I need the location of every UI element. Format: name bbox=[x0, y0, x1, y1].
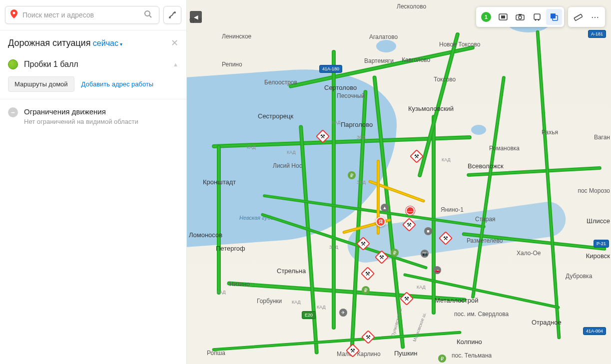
route-button[interactable] bbox=[163, 6, 181, 24]
restrictions-title: Ограничения движения bbox=[24, 107, 138, 116]
svg-rect-5 bbox=[501, 15, 505, 18]
road-label: КАД bbox=[442, 157, 451, 162]
city-label: Всеволожск bbox=[468, 162, 504, 170]
roadwork-icon[interactable]: ⚒ bbox=[346, 344, 360, 358]
yandex-marker[interactable]: Я bbox=[376, 217, 386, 227]
city-label: пос. им. Свердлова bbox=[454, 311, 509, 318]
road bbox=[432, 115, 436, 315]
city-label: Шлиссе bbox=[587, 217, 610, 225]
svg-point-2 bbox=[169, 16, 171, 18]
svg-rect-8 bbox=[519, 14, 522, 15]
chevron-up-icon[interactable]: ▲ bbox=[173, 61, 178, 67]
poi-icon[interactable]: ✈ bbox=[339, 309, 347, 317]
road bbox=[212, 331, 461, 352]
restrictions-subtitle: Нет ограничений на видимой области bbox=[24, 118, 138, 125]
city-label: Дубровка bbox=[566, 273, 592, 280]
svg-point-7 bbox=[519, 16, 522, 19]
road-label: ЗСД bbox=[357, 135, 366, 140]
route-shield: А-181 bbox=[588, 30, 606, 38]
toll-icon[interactable]: ₽ bbox=[391, 249, 399, 257]
water-lake bbox=[471, 125, 486, 135]
city-label: Репино bbox=[222, 61, 242, 68]
city-label: Лесколово bbox=[397, 3, 426, 10]
svg-point-0 bbox=[145, 11, 150, 16]
toll-icon[interactable]: ₽ bbox=[438, 355, 446, 363]
home-routes-button[interactable]: Маршруты домой bbox=[8, 76, 74, 92]
water-lake bbox=[376, 40, 396, 52]
road bbox=[536, 30, 561, 340]
city-label: Пушкин bbox=[394, 350, 417, 357]
road bbox=[217, 145, 221, 295]
toll-icon[interactable]: ₽ bbox=[348, 171, 356, 179]
search-box[interactable] bbox=[5, 6, 159, 24]
roadwork-icon[interactable]: ⚒ bbox=[361, 330, 375, 344]
road-label: КАД bbox=[217, 290, 226, 295]
route-shield: 41А-180 bbox=[319, 65, 342, 73]
ruler-button[interactable] bbox=[570, 9, 586, 25]
route-shield: Е20 bbox=[302, 311, 316, 319]
search-button[interactable] bbox=[142, 8, 154, 22]
road bbox=[403, 273, 560, 309]
city-label: пос Морозо bbox=[578, 187, 610, 194]
traffic-layer-button[interactable]: 1 bbox=[478, 9, 494, 25]
road-label: Московское ш. bbox=[412, 312, 427, 342]
city-label: Колпино bbox=[457, 338, 482, 346]
svg-point-10 bbox=[535, 19, 537, 21]
city-label: пос. Тельмана bbox=[452, 352, 492, 359]
road-block-icon[interactable]: — bbox=[406, 206, 415, 215]
roadwork-icon[interactable]: ⚒ bbox=[361, 267, 375, 281]
map-toolbar: 1 ⋯ bbox=[476, 7, 605, 27]
route-shield: 41А-004 bbox=[583, 327, 606, 335]
city-label: Хало-Ое bbox=[517, 250, 541, 257]
camera-icon[interactable]: 📷 bbox=[421, 250, 429, 258]
pin-icon bbox=[10, 9, 17, 21]
city-label: Кировск bbox=[586, 252, 610, 260]
transport-layer-button[interactable] bbox=[529, 9, 545, 25]
map-canvas[interactable]: Невская губа КАД КАД КАД КАД КАД КАД КАД… bbox=[187, 0, 611, 364]
city-label: Ленинское bbox=[222, 33, 251, 40]
panel-time-selector[interactable]: сейчас bbox=[93, 39, 122, 47]
svg-rect-12 bbox=[551, 13, 556, 18]
road-label: КАД bbox=[417, 285, 426, 290]
road-label: ЗСД bbox=[357, 180, 366, 185]
svg-rect-9 bbox=[534, 14, 540, 19]
city-label: Горбунки bbox=[257, 298, 282, 305]
layers-button[interactable] bbox=[546, 9, 562, 25]
road-label: КАД bbox=[332, 120, 341, 125]
toll-icon[interactable]: ₽ bbox=[362, 286, 370, 294]
collapse-sidebar-button[interactable]: ◀ bbox=[190, 11, 202, 23]
search-row bbox=[0, 0, 186, 30]
svg-point-11 bbox=[538, 19, 540, 21]
restriction-icon: – bbox=[8, 107, 18, 117]
svg-rect-14 bbox=[574, 14, 583, 20]
route-shield: Р-21 bbox=[594, 240, 609, 248]
add-work-link[interactable]: Добавить адрес работы bbox=[81, 80, 154, 88]
city-label: Янино-1 bbox=[441, 206, 464, 213]
road bbox=[227, 281, 466, 302]
traffic-block: Пробки 1 балл ▲ Маршруты домой Добавить … bbox=[0, 55, 186, 99]
accident-icon[interactable]: 🚗 bbox=[433, 266, 441, 274]
svg-line-1 bbox=[149, 15, 151, 17]
poi-icon[interactable]: ▲ bbox=[381, 204, 389, 212]
svg-point-3 bbox=[174, 11, 176, 13]
street-panorama-button[interactable] bbox=[495, 9, 511, 25]
city-label: Стрельна bbox=[277, 267, 306, 275]
road-label: КАД bbox=[292, 300, 301, 305]
more-button[interactable]: ⋯ bbox=[587, 9, 603, 25]
restrictions-block[interactable]: – Ограничения движения Нет ограничений н… bbox=[0, 99, 186, 133]
poi-icon[interactable]: ■ bbox=[424, 227, 432, 235]
search-input[interactable] bbox=[22, 11, 142, 19]
road bbox=[332, 50, 336, 330]
road bbox=[467, 166, 602, 177]
road bbox=[471, 76, 506, 299]
road-label: КАД bbox=[287, 150, 296, 155]
sidebar: Дорожная ситуация сейчас ✕ Пробки 1 балл… bbox=[0, 0, 187, 364]
photo-layer-button[interactable] bbox=[512, 9, 528, 25]
city-label: Агалатово bbox=[369, 33, 398, 40]
road-label: КАД bbox=[247, 145, 256, 150]
road-label: ЗСД bbox=[329, 245, 338, 250]
traffic-label: Пробки 1 балл bbox=[24, 60, 167, 69]
traffic-level-icon bbox=[8, 59, 18, 69]
close-button[interactable]: ✕ bbox=[171, 37, 178, 48]
city-label: Кузьмоловский bbox=[408, 105, 454, 112]
